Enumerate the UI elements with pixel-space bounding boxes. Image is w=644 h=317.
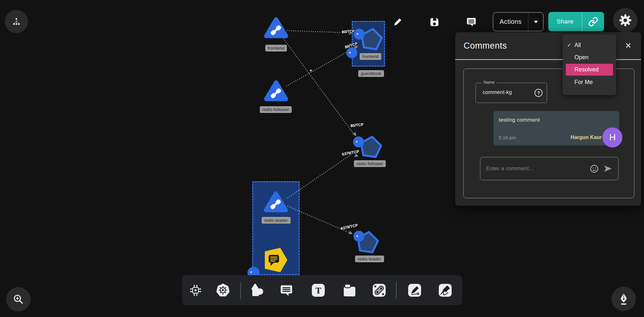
filter-option-open[interactable]: Open [563, 51, 616, 63]
draw-tool-button[interactable] [437, 283, 453, 298]
settings-button[interactable] [613, 8, 638, 33]
edit-button[interactable] [392, 16, 403, 28]
share-label: Share [548, 18, 582, 25]
comment-name-field[interactable]: Name comment-kg ? [476, 83, 547, 103]
toolbar-divider [396, 282, 397, 299]
pencil-icon [392, 16, 403, 27]
comment-input-placeholder: Enter a comment... [486, 165, 585, 172]
text-tool-button[interactable]: T [311, 283, 326, 298]
save-button[interactable] [428, 16, 440, 28]
filter-option-all[interactable]: ✓ All [563, 39, 616, 51]
frame-tool-button[interactable] [342, 283, 357, 298]
frame-icon [342, 283, 357, 298]
kubernetes-tool-button[interactable] [215, 283, 231, 298]
node-redis-leader-service[interactable] [263, 190, 288, 214]
pen-mode-button[interactable] [611, 287, 636, 311]
connector-tool-button[interactable] [371, 283, 387, 298]
comment-item[interactable]: testing comment 5:16 pm Hargun Kaur [494, 111, 619, 145]
edge-label-80tcp-1: 80/TCP [341, 29, 355, 34]
port-redis-leader-6379[interactable] [353, 231, 364, 242]
comment-input[interactable]: Enter a comment... [480, 157, 619, 180]
label-redis-leader-service: redis-leader [262, 217, 291, 224]
port-guestbook-80[interactable] [354, 29, 365, 40]
scribble-pencil-icon [438, 283, 453, 298]
resources-tool-button[interactable] [188, 283, 203, 298]
pen-icon [407, 283, 422, 298]
panel-title: Comments [464, 41, 507, 51]
node-frontend-service[interactable] [264, 16, 289, 40]
fountain-pen-icon [617, 292, 630, 306]
send-icon[interactable] [603, 165, 612, 172]
hierarchy-tree-icon [10, 15, 23, 28]
link-icon [588, 17, 598, 27]
filter-option-for-me[interactable]: For Me [563, 76, 616, 88]
port-redis-follower-80[interactable] [353, 136, 364, 147]
copy-link-button[interactable] [582, 17, 604, 27]
close-icon[interactable]: ✕ [625, 41, 631, 50]
zoom-in-icon [12, 293, 25, 306]
node-redis-follower-service[interactable] [264, 79, 289, 103]
comment-tool-button[interactable] [279, 283, 294, 298]
comments-toggle-button[interactable] [465, 16, 477, 28]
save-icon [429, 17, 440, 27]
toolbar-divider [240, 282, 241, 299]
chevron-down-icon [533, 20, 538, 23]
share-button[interactable]: Share [548, 12, 604, 31]
label-guestbook-pod: frontend [360, 53, 381, 60]
svg-text:T: T [315, 285, 322, 295]
pen-tool-button[interactable] [407, 283, 422, 298]
gear-icon [619, 14, 632, 27]
label-guestbook-group: guestbook [358, 70, 384, 77]
comment-text: testing comment [499, 117, 614, 123]
actions-button[interactable]: Actions [493, 12, 543, 31]
comment-marker[interactable] [264, 247, 288, 273]
zoom-button[interactable] [6, 287, 31, 312]
label-redis-leader-pod: redis-leader [355, 256, 384, 262]
port-guestbook-80b[interactable] [346, 47, 357, 58]
avatar: H [602, 127, 622, 147]
kubernetes-icon [216, 283, 230, 298]
comments-filter-menu: ✓ All Open Resolved For Me [563, 35, 616, 95]
comment-timestamp: 5:16 pm [499, 135, 516, 140]
filter-option-label: For Me [574, 79, 593, 86]
filter-option-label: Open [574, 54, 589, 61]
filter-option-resolved[interactable]: Resolved [566, 64, 613, 76]
label-frontend-service: frontend [265, 45, 287, 51]
edge-label-80tcp-3: 80/TCP [350, 122, 364, 128]
emoji-icon[interactable] [590, 164, 599, 173]
comment-icon [279, 283, 293, 297]
name-field-value: comment-kg [483, 89, 512, 95]
help-icon[interactable]: ? [534, 89, 543, 97]
label-redis-follower-pod: redis-follower [354, 160, 386, 167]
node-redis-follower-pod[interactable] [359, 134, 383, 159]
text-icon: T [311, 283, 326, 298]
hierarchy-view-button[interactable] [5, 10, 28, 33]
chain-link-icon [372, 283, 387, 298]
check-icon: ✓ [567, 42, 571, 48]
comment-icon [466, 16, 477, 28]
label-redis-follower-service: redis-follower [260, 106, 292, 113]
edge-label-6379tcp-1: 6379/TCP [341, 149, 360, 156]
shapes-tool-button[interactable] [249, 283, 265, 298]
actions-dropdown-toggle[interactable] [528, 20, 543, 23]
filter-option-label: Resolved [574, 66, 599, 73]
shapes-icon [250, 283, 264, 298]
actions-label: Actions [493, 18, 528, 25]
name-field-label: Name [482, 80, 497, 85]
chip-icon [188, 283, 203, 298]
comment-author: Hargun Kaur [571, 135, 602, 140]
filter-option-label: All [574, 42, 581, 49]
